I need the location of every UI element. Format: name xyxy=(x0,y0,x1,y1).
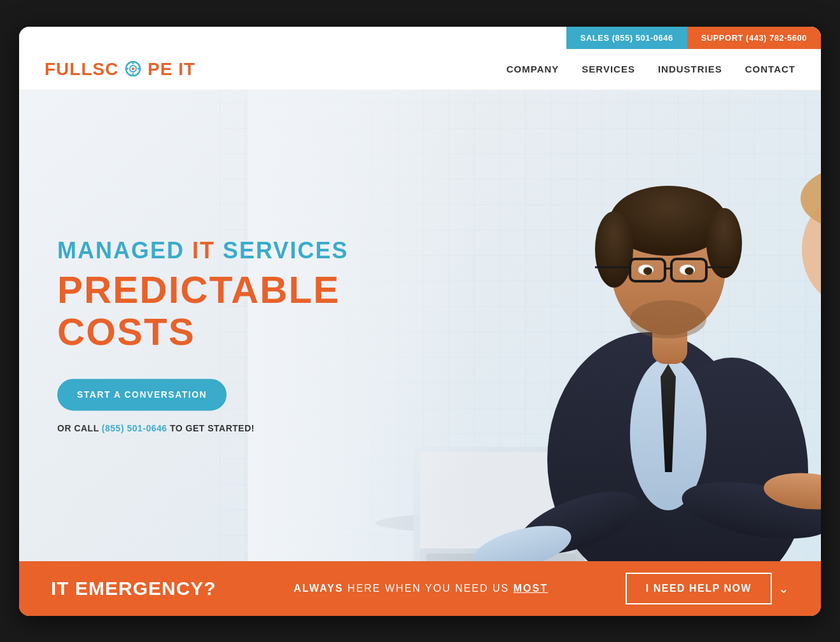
header: FULLSC PE IT COMPANY SERVICES INDUSTRIES… xyxy=(19,49,821,90)
svg-point-2 xyxy=(132,67,134,70)
main-nav: COMPANY SERVICES INDUSTRIES CONTACT xyxy=(507,64,795,74)
emergency-subtitle: ALWAYS HERE WHEN YOU NEED US MOST xyxy=(294,583,548,594)
nav-industries[interactable]: INDUSTRIES xyxy=(658,64,722,74)
headline-managed: MANAGED xyxy=(57,237,192,263)
logo[interactable]: FULLSC PE IT xyxy=(45,59,195,80)
sales-phone[interactable]: SALES (855) 501-0646 xyxy=(566,27,687,49)
browser-frame: SALES (855) 501-0646 SUPPORT (443) 782-5… xyxy=(19,27,821,616)
nav-contact[interactable]: CONTACT xyxy=(745,64,795,74)
hero-headline-1: MANAGED IT SERVICES xyxy=(57,237,407,264)
nav-company[interactable]: COMPANY xyxy=(507,64,559,74)
headline-it: IT xyxy=(192,237,215,263)
top-bar: SALES (855) 501-0646 SUPPORT (443) 782-5… xyxy=(19,27,821,49)
emergency-cta-group: I NEED HELP NOW ⌄ xyxy=(626,573,789,604)
call-phone[interactable]: (855) 501-0646 xyxy=(102,423,167,433)
emergency-most: MOST xyxy=(514,583,548,594)
support-phone[interactable]: SUPPORT (443) 782-5600 xyxy=(687,27,821,49)
hero-headline-2: PREDICTABLE COSTS xyxy=(57,269,407,353)
emergency-bar: IT EMERGENCY? ALWAYS HERE WHEN YOU NEED … xyxy=(19,561,821,616)
help-now-button[interactable]: I NEED HELP NOW xyxy=(626,573,772,604)
emergency-always: ALWAYS xyxy=(294,583,344,594)
hero-cta-row: START A CONVERSATION OR CALL (855) 501-0… xyxy=(57,379,407,433)
headline-services: SERVICES xyxy=(215,237,348,263)
call-post: TO GET STARTED! xyxy=(167,423,255,433)
hero-content: MANAGED IT SERVICES PREDICTABLE COSTS ST… xyxy=(57,237,407,433)
nav-services[interactable]: SERVICES xyxy=(582,64,635,74)
emergency-title: IT EMERGENCY? xyxy=(51,578,216,599)
start-conversation-button[interactable]: START A CONVERSATION xyxy=(57,379,227,410)
chevron-down-icon: ⌄ xyxy=(778,581,789,596)
logo-text: FULLSC PE IT xyxy=(45,59,195,80)
call-text: OR CALL (855) 501-0646 TO GET STARTED! xyxy=(57,423,255,433)
call-pre: OR CALL xyxy=(57,423,102,433)
scope-icon xyxy=(125,60,141,77)
emergency-mid: HERE WHEN YOU NEED US xyxy=(344,583,514,594)
hero-section: MANAGED IT SERVICES PREDICTABLE COSTS ST… xyxy=(19,90,821,561)
